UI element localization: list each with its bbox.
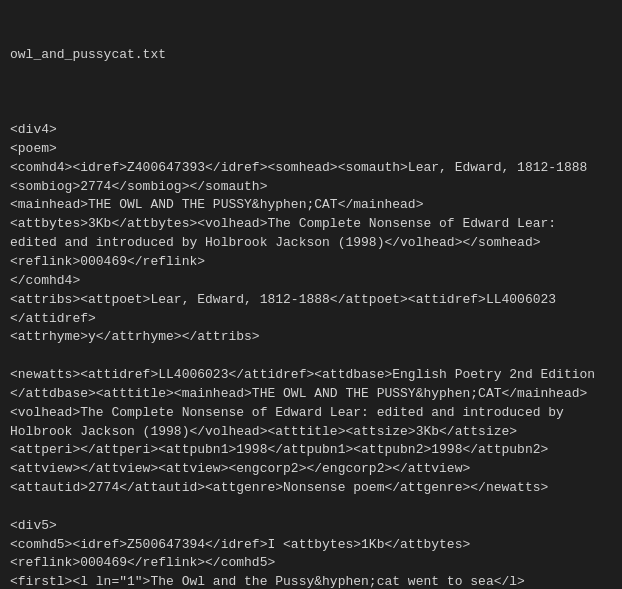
code-line	[10, 102, 612, 121]
code-line: <comhd5><idref>Z500647394</idref>I <attb…	[10, 536, 612, 555]
code-line	[10, 347, 612, 366]
code-line: <reflink>000469</reflink>	[10, 253, 612, 272]
code-line: <attview></attview><attview><engcorp2></…	[10, 460, 612, 479]
code-content: owl_and_pussycat.txt <div4><poem><comhd4…	[10, 8, 612, 589]
code-line: Holbrook Jackson (1998)</volhead><atttit…	[10, 423, 612, 442]
code-line: <attautid>2774</attautid><attgenre>Nonse…	[10, 479, 612, 498]
code-line: <attrhyme>y</attrhyme></attribs>	[10, 328, 612, 347]
code-line	[10, 498, 612, 517]
filename-line: owl_and_pussycat.txt	[10, 46, 612, 65]
code-line: <comhd4><idref>Z400647393</idref><somhea…	[10, 159, 612, 178]
code-line: <attperi></attperi><attpubn1>1998</attpu…	[10, 441, 612, 460]
code-line: </comhd4>	[10, 272, 612, 291]
code-line: <div5>	[10, 517, 612, 536]
code-line: <poem>	[10, 140, 612, 159]
code-line: <reflink>000469</reflink></comhd5>	[10, 554, 612, 573]
code-line: <attbytes>3Kb</attbytes><volhead>The Com…	[10, 215, 612, 234]
code-line: <mainhead>THE OWL AND THE PUSSY&hyphen;C…	[10, 196, 612, 215]
code-line: <firstl><l ln="1">The Owl and the Pussy&…	[10, 573, 612, 589]
code-line: edited and introduced by Holbrook Jackso…	[10, 234, 612, 253]
code-line: <div4>	[10, 121, 612, 140]
code-line: </attdbase><atttitle><mainhead>THE OWL A…	[10, 385, 612, 404]
code-line: <sombiog>2774</sombiog></somauth>	[10, 178, 612, 197]
code-lines: <div4><poem><comhd4><idref>Z400647393</i…	[10, 102, 612, 589]
code-line: <volhead>The Complete Nonsense of Edward…	[10, 404, 612, 423]
code-line: <attribs><attpoet>Lear, Edward, 1812-188…	[10, 291, 612, 310]
code-line: <newatts><attidref>LL4006023</attidref><…	[10, 366, 612, 385]
code-line: </attidref>	[10, 310, 612, 329]
